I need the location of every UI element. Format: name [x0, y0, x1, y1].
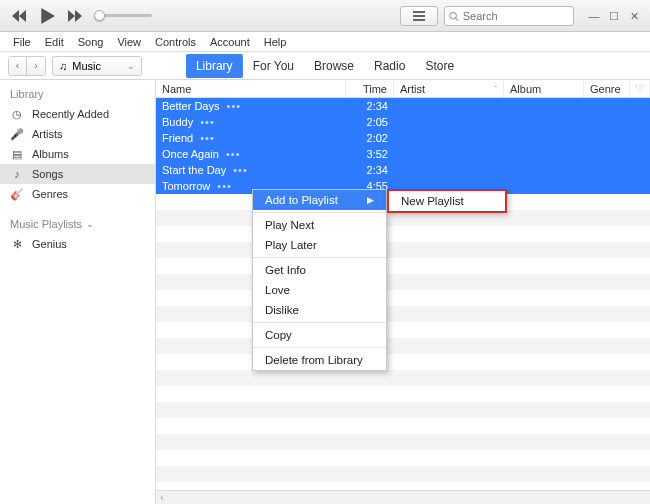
song-name: Buddy ••• — [156, 116, 346, 128]
menu-song[interactable]: Song — [71, 34, 111, 50]
sidebar: Library ◷ Recently Added 🎤 Artists ▤ Alb… — [0, 80, 156, 504]
menu-view[interactable]: View — [110, 34, 148, 50]
chevron-down-icon: ⌄ — [86, 219, 94, 229]
more-icon[interactable]: ••• — [200, 132, 215, 144]
sidebar-item-genius[interactable]: ✻ Genius — [0, 234, 155, 254]
sidebar-item-label: Genius — [32, 238, 67, 250]
tab-store[interactable]: Store — [415, 54, 464, 78]
nav-forward-button[interactable]: › — [27, 57, 45, 75]
song-row[interactable]: Once Again •••3:52 — [156, 146, 650, 162]
content-area: Name Time Artistˆ Album Genre ♡ Better D… — [156, 80, 650, 504]
tab-radio[interactable]: Radio — [364, 54, 415, 78]
close-button[interactable]: ✕ — [624, 7, 644, 25]
menu-item[interactable]: Love — [253, 280, 386, 300]
playback-controls — [8, 6, 86, 26]
menu-account[interactable]: Account — [203, 34, 257, 50]
genre-icon: 🎸 — [10, 187, 24, 201]
nav-back-button[interactable]: ‹ — [9, 57, 27, 75]
menu-item[interactable]: Copy — [253, 325, 386, 345]
more-icon[interactable]: ••• — [226, 148, 241, 160]
song-time: 2:02 — [346, 132, 394, 144]
mic-icon: 🎤 — [10, 127, 24, 141]
maximize-button[interactable]: ☐ — [604, 7, 624, 25]
minimize-button[interactable]: — — [584, 7, 604, 25]
menu-help[interactable]: Help — [257, 34, 294, 50]
view-tabs: Library For You Browse Radio Store — [186, 54, 464, 78]
sidebar-item-recently-added[interactable]: ◷ Recently Added — [0, 104, 155, 124]
song-time: 3:52 — [346, 148, 394, 160]
music-note-icon: ♫ — [59, 60, 67, 72]
song-time: 2:34 — [346, 100, 394, 112]
menu-controls[interactable]: Controls — [148, 34, 203, 50]
sidebar-item-albums[interactable]: ▤ Albums — [0, 144, 155, 164]
menubar: File Edit Song View Controls Account Hel… — [0, 32, 650, 52]
window-controls: — ☐ ✕ — [584, 7, 644, 25]
search-icon — [449, 11, 459, 22]
sidebar-item-label: Albums — [32, 148, 69, 160]
menu-item[interactable]: Delete from Library — [253, 350, 386, 370]
toolbar: ‹ › ♫Music ⌄ Library For You Browse Radi… — [0, 52, 650, 80]
tab-library[interactable]: Library — [186, 54, 243, 78]
sidebar-item-label: Genres — [32, 188, 68, 200]
sidebar-item-artists[interactable]: 🎤 Artists — [0, 124, 155, 144]
more-icon[interactable]: ••• — [200, 116, 215, 128]
prev-button[interactable] — [8, 6, 30, 26]
sidebar-item-label: Recently Added — [32, 108, 109, 120]
sidebar-heading-library: Library — [0, 86, 155, 104]
more-icon[interactable]: ••• — [233, 164, 248, 176]
album-icon: ▤ — [10, 147, 24, 161]
context-submenu: New Playlist — [387, 189, 507, 213]
song-name: Start the Day ••• — [156, 164, 346, 176]
column-header-genre[interactable]: Genre — [584, 80, 630, 97]
song-row[interactable]: Better Days •••2:34 — [156, 98, 650, 114]
menu-item[interactable]: Add to Playlist▶ — [253, 190, 386, 210]
column-header-name[interactable]: Name — [156, 80, 346, 97]
song-row[interactable]: Friend •••2:02 — [156, 130, 650, 146]
sidebar-item-label: Artists — [32, 128, 63, 140]
context-menu: Add to Playlist▶Play NextPlay LaterGet I… — [252, 189, 387, 371]
tab-for-you[interactable]: For You — [243, 54, 304, 78]
menu-item[interactable]: Play Later — [253, 235, 386, 255]
column-header-artist[interactable]: Artistˆ — [394, 80, 504, 97]
song-name: Once Again ••• — [156, 148, 346, 160]
titlebar: — ☐ ✕ — [0, 0, 650, 32]
heart-icon: ♡ — [635, 82, 645, 95]
sidebar-item-label: Songs — [32, 168, 63, 180]
tab-browse[interactable]: Browse — [304, 54, 364, 78]
clock-icon: ◷ — [10, 107, 24, 121]
menu-edit[interactable]: Edit — [38, 34, 71, 50]
song-name: Friend ••• — [156, 132, 346, 144]
dropdown-icon: ⌄ — [127, 61, 135, 71]
scroll-left-icon: ‹ — [156, 492, 168, 503]
horizontal-scrollbar[interactable]: ‹ — [156, 490, 650, 504]
column-header-row: Name Time Artistˆ Album Genre ♡ — [156, 80, 650, 98]
menu-item[interactable]: Dislike — [253, 300, 386, 320]
song-time: 2:34 — [346, 164, 394, 176]
menu-item[interactable]: Play Next — [253, 215, 386, 235]
menu-item[interactable]: Get Info — [253, 260, 386, 280]
genius-icon: ✻ — [10, 237, 24, 251]
column-header-time[interactable]: Time — [346, 80, 394, 97]
more-icon[interactable]: ••• — [227, 100, 242, 112]
next-button[interactable] — [64, 6, 86, 26]
submenu-item-new-playlist[interactable]: New Playlist — [389, 191, 505, 211]
song-row[interactable]: Buddy •••2:05 — [156, 114, 650, 130]
sidebar-item-genres[interactable]: 🎸 Genres — [0, 184, 155, 204]
sidebar-heading-playlists[interactable]: Music Playlists ⌄ — [0, 216, 155, 234]
column-header-album[interactable]: Album — [504, 80, 584, 97]
play-button[interactable] — [36, 6, 58, 26]
sidebar-item-songs[interactable]: ♪ Songs — [0, 164, 155, 184]
song-row[interactable]: Start the Day •••2:34 — [156, 162, 650, 178]
more-icon[interactable]: ••• — [217, 180, 232, 192]
source-selector[interactable]: ♫Music ⌄ — [52, 56, 142, 76]
sort-indicator-icon: ˆ — [494, 84, 497, 93]
volume-slider[interactable] — [94, 14, 152, 17]
search-input[interactable] — [444, 6, 574, 26]
song-time: 2:05 — [346, 116, 394, 128]
column-header-love[interactable]: ♡ — [630, 80, 650, 97]
menu-file[interactable]: File — [6, 34, 38, 50]
song-name: Better Days ••• — [156, 100, 346, 112]
list-view-button[interactable] — [400, 6, 438, 26]
svg-point-0 — [450, 12, 456, 18]
song-list: Better Days •••2:34Buddy •••2:05Friend •… — [156, 98, 650, 490]
